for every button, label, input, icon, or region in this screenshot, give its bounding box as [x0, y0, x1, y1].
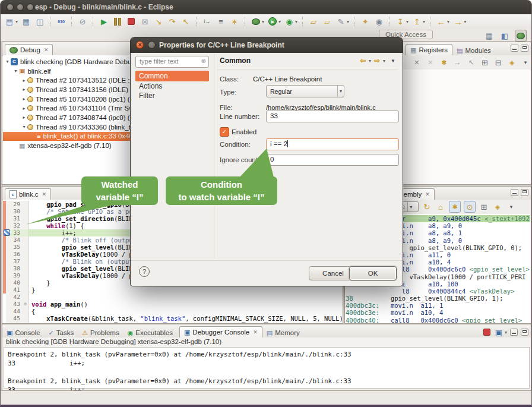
terminate-icon[interactable]: [483, 329, 490, 336]
next-annotation-icon[interactable]: ↥: [411, 16, 422, 27]
step-into-icon[interactable]: ↘: [153, 16, 164, 27]
chevron-down-icon[interactable]: ▾: [505, 330, 507, 335]
link-view-icon[interactable]: ◈: [506, 57, 517, 68]
home-icon[interactable]: ⌂: [435, 201, 446, 212]
binary-icon[interactable]: 010: [56, 16, 66, 27]
window-maximize-button[interactable]: [27, 4, 34, 11]
open-console-icon[interactable]: ▣: [493, 327, 504, 337]
chevron-down-icon[interactable]: ▾: [447, 19, 449, 24]
link-view-icon[interactable]: ◈: [492, 201, 503, 212]
search-icon[interactable]: ✦: [360, 16, 370, 27]
line-number[interactable]: 37: [6, 258, 22, 265]
line-number-input[interactable]: 33: [266, 111, 399, 122]
line-number[interactable]: 43: [6, 301, 22, 308]
tab-memory[interactable]: ▤Memory: [262, 328, 304, 337]
apply-icon[interactable]: ✱: [439, 57, 449, 68]
open-perspective-icon[interactable]: ▦: [484, 30, 495, 41]
debug-perspective-icon[interactable]: [515, 30, 527, 42]
debug-icon[interactable]: [251, 16, 261, 27]
expander-icon[interactable]: ▾: [4, 59, 11, 64]
line-number[interactable]: 39: [6, 272, 22, 279]
tab-executables[interactable]: ◉Executables: [124, 328, 177, 337]
minimize-icon[interactable]: [510, 329, 518, 336]
maximize-icon[interactable]: [521, 189, 528, 196]
line-number[interactable]: 30: [6, 208, 22, 215]
dialog-close-button[interactable]: ✕: [136, 41, 144, 49]
run-icon[interactable]: [267, 16, 278, 27]
instruction-step-icon[interactable]: i→: [202, 16, 213, 27]
enabled-checkbox[interactable]: ✓: [220, 127, 229, 137]
back-icon[interactable]: ⇦: [360, 56, 366, 65]
expander-icon[interactable]: ▸: [21, 96, 27, 102]
refresh-icon[interactable]: ↻: [422, 201, 432, 212]
expander-icon[interactable]: ▾: [21, 124, 27, 130]
chevron-down-icon[interactable]: ▾: [295, 19, 297, 24]
close-icon[interactable]: ✕: [253, 329, 258, 335]
expander-icon[interactable]: ▸: [21, 115, 27, 120]
filter-input[interactable]: type filter text ⊗: [135, 56, 209, 68]
step-return-icon[interactable]: ↖: [180, 16, 191, 27]
tab-problems[interactable]: ⚠Problems: [78, 328, 123, 337]
annotate-icon[interactable]: ✎: [335, 16, 346, 27]
expand-all-icon[interactable]: ⊞: [479, 201, 489, 212]
chevron-down-icon[interactable]: ▾: [15, 19, 18, 24]
expander-icon[interactable]: ▸: [21, 106, 27, 111]
line-number[interactable]: 46: [6, 322, 22, 323]
window-close-button[interactable]: [7, 4, 14, 11]
back-icon[interactable]: ←: [436, 16, 446, 27]
line-number[interactable]: 35: [6, 244, 22, 251]
tab-console[interactable]: ▣Console: [2, 328, 45, 337]
type-select[interactable]: Regular ▾: [266, 85, 344, 97]
cursor-icon[interactable]: ↖: [466, 57, 477, 68]
chevron-down-icon[interactable]: ▾: [383, 58, 385, 64]
mark-occurrences-icon[interactable]: ◉: [373, 16, 384, 27]
drill-down-icon[interactable]: ≡: [216, 16, 226, 27]
window-minimize-button[interactable]: [17, 4, 24, 11]
view-menu-icon[interactable]: ▾: [520, 57, 531, 68]
line-number[interactable]: 44: [6, 308, 22, 315]
tab-modules[interactable]: ▤Modules: [452, 46, 495, 55]
forward-icon[interactable]: ⇨: [374, 56, 380, 65]
line-number[interactable]: 32: [6, 222, 22, 229]
line-number[interactable]: 38: [6, 265, 22, 272]
line-number[interactable]: 42: [6, 294, 22, 301]
cpp-perspective-icon[interactable]: ◧: [499, 30, 510, 41]
minimize-icon[interactable]: [511, 189, 518, 196]
chevron-down-icon[interactable]: ▾: [369, 58, 371, 64]
tab-debug[interactable]: Debug ✕: [5, 44, 53, 55]
line-number[interactable]: 31: [6, 215, 22, 222]
close-icon[interactable]: ✕: [425, 191, 430, 197]
chevron-down-icon[interactable]: ▾: [262, 19, 264, 24]
expander-icon[interactable]: ▸: [21, 87, 27, 92]
close-icon[interactable]: ✕: [42, 191, 47, 197]
minimize-icon[interactable]: [511, 45, 518, 52]
profile-icon[interactable]: ◉: [284, 16, 294, 27]
chevron-down-icon[interactable]: ▾: [406, 19, 408, 24]
maximize-icon[interactable]: [521, 45, 528, 52]
maximize-icon[interactable]: [521, 329, 528, 336]
ignore-count-input[interactable]: 0: [266, 154, 399, 166]
expander-icon[interactable]: ▸: [21, 78, 27, 83]
dialog-nav-filter[interactable]: Filter: [135, 91, 209, 100]
breakpoint-icon[interactable]: [4, 229, 10, 236]
tab-debugger-console[interactable]: ▣Debugger Console✕: [179, 326, 262, 337]
track-icon[interactable]: ⊙: [464, 201, 476, 213]
help-button[interactable]: ?: [139, 266, 150, 277]
goto-file-icon[interactable]: →: [452, 57, 463, 68]
view-menu-icon[interactable]: ▼: [391, 58, 395, 64]
close-icon[interactable]: ✕: [44, 47, 49, 53]
view-menu-icon[interactable]: ▾: [506, 201, 517, 212]
new-wizard-icon[interactable]: ▤: [4, 16, 15, 27]
dialog-minimize-button[interactable]: [148, 41, 156, 49]
dialog-nav-actions[interactable]: Actions: [135, 81, 209, 91]
condition-input[interactable]: i == 2: [266, 138, 399, 150]
line-number[interactable]: 45: [6, 315, 22, 322]
console-output[interactable]: Breakpoint 2, blink_task (pvParameter=0x…: [4, 347, 530, 389]
remove-icon[interactable]: ✕: [411, 57, 422, 68]
line-number[interactable]: 40: [6, 279, 22, 286]
ok-button[interactable]: OK: [349, 266, 397, 280]
expand-all-icon[interactable]: ⊞: [479, 57, 490, 68]
resume-icon[interactable]: ▶: [99, 16, 109, 27]
chevron-down-icon[interactable]: ▾: [464, 19, 466, 24]
suspend-icon[interactable]: [112, 16, 123, 27]
